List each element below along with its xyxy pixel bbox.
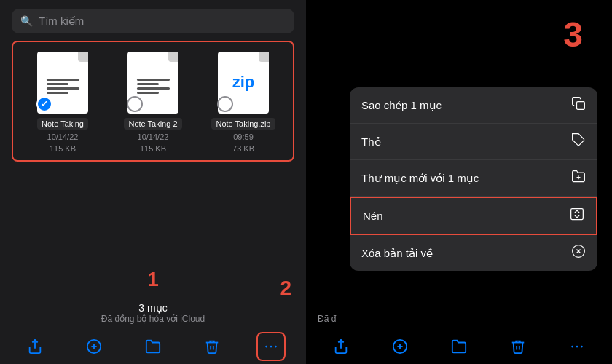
right-status-area: Đã đ bbox=[318, 314, 336, 324]
compress-icon bbox=[570, 207, 584, 225]
menu-item-tag-label: Thẻ bbox=[361, 135, 381, 149]
right-toolbar-folder-btn[interactable] bbox=[444, 332, 474, 361]
right-bottom-toolbar bbox=[306, 328, 612, 364]
doc-line bbox=[137, 83, 159, 85]
svg-point-4 bbox=[265, 345, 267, 347]
step-2-label: 2 bbox=[280, 277, 291, 300]
status-sync: Đã đồng bộ hóa với iCloud bbox=[0, 314, 306, 324]
file-size-3: 73 KB bbox=[232, 144, 254, 153]
status-count: 3 mục bbox=[0, 302, 306, 314]
left-bottom-toolbar bbox=[0, 328, 306, 364]
search-icon: 🔍 bbox=[20, 15, 33, 27]
toolbar-folder-btn[interactable] bbox=[138, 332, 168, 361]
file-date-3: 09:59 bbox=[233, 132, 254, 141]
doc-line bbox=[137, 87, 170, 90]
circle-badge bbox=[127, 96, 143, 112]
new-folder-icon bbox=[571, 169, 586, 187]
file-item-2[interactable]: Note Taking 2 10/14/22 115 KB bbox=[120, 50, 186, 153]
step-1-label: 1 bbox=[147, 268, 159, 291]
doc-line bbox=[47, 87, 79, 90]
zip-label: zip bbox=[232, 73, 255, 92]
right-toolbar-share-btn[interactable] bbox=[326, 332, 356, 361]
step-3-label: 3 bbox=[563, 15, 583, 55]
doc-line bbox=[137, 92, 159, 94]
left-panel: 🔍 Tìm kiếm ✓ Note Taking 10/14/22 115 KB bbox=[0, 0, 306, 364]
right-status-text: Đã đ bbox=[318, 314, 336, 324]
file-thumb-1: ✓ bbox=[34, 50, 92, 115]
delete-circle-icon bbox=[571, 244, 586, 262]
svg-rect-7 bbox=[577, 102, 585, 110]
menu-item-delete-download-label: Xóa bản tải về bbox=[361, 247, 433, 260]
doc-line bbox=[47, 79, 79, 81]
doc-line bbox=[47, 92, 68, 94]
file-thumb-3: zip bbox=[214, 50, 272, 115]
svg-point-20 bbox=[576, 345, 578, 347]
right-panel: 3 Sao chép 1 mục Thẻ Thư bbox=[306, 0, 612, 364]
file-name-1: Note Taking bbox=[37, 118, 88, 130]
menu-item-new-folder-label: Thư mục mới với 1 mục bbox=[361, 172, 479, 185]
svg-point-6 bbox=[275, 345, 277, 347]
toolbar-trash-btn[interactable] bbox=[197, 332, 227, 361]
context-menu: Sao chép 1 mục Thẻ Thư mục mới với 1 mục bbox=[350, 87, 597, 271]
menu-item-copy-label: Sao chép 1 mục bbox=[361, 99, 442, 112]
file-size-2: 115 KB bbox=[140, 144, 166, 153]
svg-point-21 bbox=[581, 345, 583, 347]
search-placeholder: Tìm kiếm bbox=[39, 15, 84, 28]
file-thumb-2 bbox=[124, 50, 182, 115]
copy-icon bbox=[571, 96, 586, 114]
menu-item-compress[interactable]: Nén bbox=[350, 197, 597, 235]
toolbar-share-btn[interactable] bbox=[20, 332, 50, 361]
file-date-1: 10/14/22 bbox=[47, 132, 79, 141]
status-area: 3 mục Đã đồng bộ hóa với iCloud bbox=[0, 302, 306, 324]
toolbar-more-btn[interactable] bbox=[256, 332, 286, 361]
file-name-2: Note Taking 2 bbox=[124, 118, 181, 130]
toolbar-add-btn[interactable] bbox=[79, 332, 109, 361]
file-size-1: 115 KB bbox=[50, 144, 76, 153]
menu-item-copy[interactable]: Sao chép 1 mục bbox=[350, 87, 597, 124]
svg-point-19 bbox=[571, 345, 573, 347]
check-badge: ✓ bbox=[36, 96, 52, 112]
right-toolbar-more-btn[interactable] bbox=[562, 332, 592, 361]
files-grid: ✓ Note Taking 10/14/22 115 KB Note Tak bbox=[12, 41, 294, 162]
file-name-3: Note Taking.zip bbox=[211, 118, 275, 130]
menu-item-tag[interactable]: Thẻ bbox=[350, 124, 597, 160]
menu-item-compress-label: Nén bbox=[363, 210, 383, 222]
menu-item-delete-download[interactable]: Xóa bản tải về bbox=[350, 235, 597, 271]
file-date-2: 10/14/22 bbox=[138, 132, 169, 141]
circle-badge-3 bbox=[217, 96, 233, 112]
search-bar[interactable]: 🔍 Tìm kiếm bbox=[12, 9, 294, 33]
right-toolbar-add-btn[interactable] bbox=[385, 332, 415, 361]
file-item-3[interactable]: zip Note Taking.zip 09:59 73 KB bbox=[211, 50, 276, 153]
file-item-1[interactable]: ✓ Note Taking 10/14/22 115 KB bbox=[30, 50, 95, 153]
svg-point-5 bbox=[270, 345, 272, 347]
tag-icon bbox=[571, 132, 586, 151]
doc-line bbox=[137, 79, 170, 81]
right-toolbar-trash-btn[interactable] bbox=[503, 332, 533, 361]
menu-item-new-folder[interactable]: Thư mục mới với 1 mục bbox=[350, 160, 597, 197]
doc-line bbox=[47, 83, 68, 85]
